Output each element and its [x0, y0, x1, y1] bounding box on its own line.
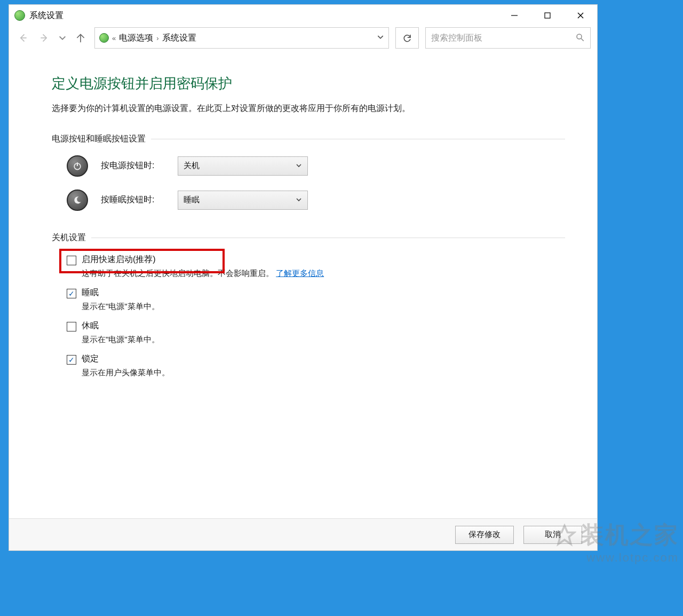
power-button-label: 按电源按钮时:	[101, 160, 165, 171]
cancel-button[interactable]: 取消	[523, 526, 582, 544]
fast-startup-checkbox[interactable]	[67, 256, 76, 265]
breadcrumb-prefix: «	[112, 34, 116, 42]
sleep-icon	[67, 189, 88, 211]
footer-actions: 保存修改 取消	[9, 518, 597, 550]
power-button-value: 关机	[184, 161, 200, 171]
section-rule	[151, 139, 565, 139]
hibernate-desc: 显示在"电源"菜单中。	[82, 335, 565, 345]
recent-dropdown-icon[interactable]	[58, 30, 67, 45]
titlebar: 系统设置	[9, 5, 597, 26]
hibernate-checkbox[interactable]	[67, 322, 76, 331]
sleep-button-row: 按睡眠按钮时: 睡眠	[67, 189, 565, 211]
svg-rect-1	[545, 13, 550, 18]
page-heading: 定义电源按钮并启用密码保护	[52, 74, 565, 93]
navbar: « 电源选项 › 系统设置	[9, 26, 597, 53]
breadcrumb-separator-icon: ›	[156, 34, 158, 42]
sleep-button-value: 睡眠	[184, 195, 200, 205]
power-button-row: 按电源按钮时: 关机	[67, 155, 565, 177]
lock-row: 锁定	[67, 353, 565, 365]
refresh-button[interactable]	[395, 27, 419, 49]
learn-more-link[interactable]: 了解更多信息	[276, 268, 324, 278]
sleep-menu-label: 睡眠	[82, 287, 99, 298]
lock-desc: 显示在用户头像菜单中。	[82, 368, 565, 378]
hibernate-row: 休眠	[67, 320, 565, 331]
search-icon	[575, 33, 585, 44]
window-title: 系统设置	[29, 10, 63, 21]
breadcrumb-dropdown-icon[interactable]	[377, 34, 384, 43]
section-title: 关机设置	[52, 232, 86, 243]
content-area: 定义电源按钮并启用密码保护 选择要为你的计算机设置的电源设置。在此页上对设置所做…	[9, 53, 597, 518]
system-settings-window: 系统设置 « 电源选项	[9, 4, 598, 551]
sleep-menu-checkbox[interactable]	[67, 289, 76, 298]
sleep-menu-row: 睡眠	[67, 287, 565, 298]
app-icon	[14, 10, 25, 21]
chevron-down-icon	[296, 195, 302, 204]
breadcrumb-item-system-settings[interactable]: 系统设置	[162, 33, 196, 44]
search-box[interactable]	[425, 27, 591, 49]
sleep-menu-desc: 显示在"电源"菜单中。	[82, 302, 565, 312]
watermark-url: www.lotpc.com	[553, 551, 679, 565]
up-button[interactable]	[73, 30, 88, 45]
fast-startup-row: 启用快速启动(推荐)	[67, 254, 565, 265]
sleep-button-dropdown[interactable]: 睡眠	[178, 191, 308, 210]
fast-startup-desc: 这有助于在关机之后更快地启动电脑。不会影响重启。 了解更多信息	[82, 268, 565, 279]
svg-line-8	[581, 38, 584, 41]
breadcrumb[interactable]: « 电源选项 › 系统设置	[94, 27, 389, 49]
maximize-button[interactable]	[531, 5, 564, 26]
minimize-button[interactable]	[498, 5, 531, 26]
save-button[interactable]: 保存修改	[455, 526, 514, 544]
window-controls	[498, 5, 597, 26]
sleep-button-label: 按睡眠按钮时:	[101, 194, 165, 206]
breadcrumb-item-power-options[interactable]: 电源选项	[119, 33, 153, 44]
back-button[interactable]	[15, 30, 30, 45]
power-button-dropdown[interactable]: 关机	[178, 156, 308, 176]
breadcrumb-app-icon	[99, 33, 109, 43]
section-power-sleep-buttons: 电源按钮和睡眠按钮设置	[52, 133, 565, 145]
close-button[interactable]	[564, 5, 597, 26]
section-title: 电源按钮和睡眠按钮设置	[52, 133, 146, 145]
section-shutdown-settings: 关机设置	[52, 232, 565, 243]
lock-label: 锁定	[82, 353, 99, 365]
page-description: 选择要为你的计算机设置的电源设置。在此页上对设置所做的更改将应用于你所有的电源计…	[52, 101, 565, 115]
search-input[interactable]	[431, 33, 572, 43]
titlebar-left: 系统设置	[14, 10, 63, 21]
svg-point-7	[577, 34, 582, 39]
section-rule	[91, 238, 565, 238]
hibernate-label: 休眠	[82, 320, 99, 331]
lock-checkbox[interactable]	[67, 355, 76, 365]
fast-startup-label: 启用快速启动(推荐)	[82, 254, 156, 265]
power-icon	[67, 155, 88, 177]
forward-button[interactable]	[37, 30, 52, 45]
chevron-down-icon	[296, 161, 302, 170]
